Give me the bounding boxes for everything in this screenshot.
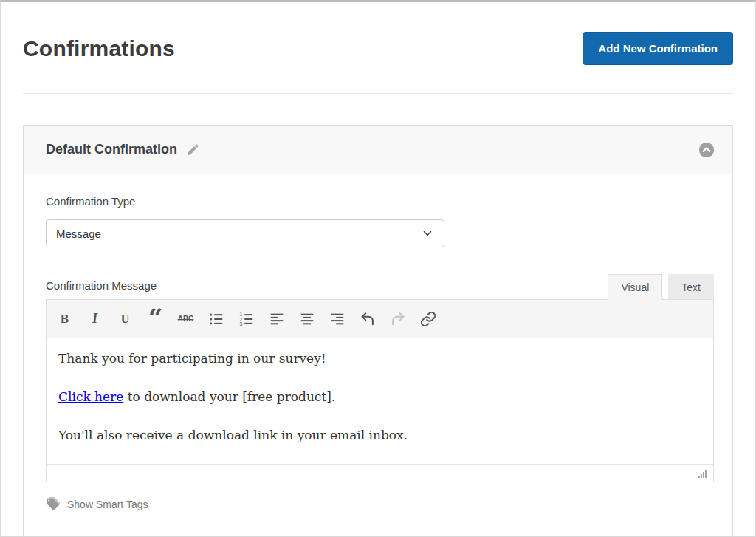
chevron-down-icon — [421, 227, 434, 240]
redo-icon — [382, 307, 413, 332]
confirmation-message-head: Confirmation Message Visual Text — [46, 274, 714, 299]
collapse-panel-button[interactable] — [698, 142, 715, 158]
page-header: Confirmations Add New Confirmation — [1, 32, 755, 65]
edit-pencil-icon[interactable] — [186, 143, 200, 157]
tags-icon — [46, 497, 60, 511]
align-right-icon[interactable] — [322, 307, 352, 332]
chevron-up-circle-icon — [698, 142, 715, 158]
editor-mode-tabs: Visual Text — [608, 274, 714, 299]
numbered-list-icon[interactable]: 123 — [231, 307, 261, 332]
editor-link[interactable]: Click here — [58, 389, 123, 404]
bold-icon[interactable]: B — [49, 307, 80, 332]
resize-grip-icon[interactable] — [698, 469, 709, 478]
editor-paragraph: Click here to download your [free produc… — [58, 387, 701, 406]
underline-icon[interactable]: U — [110, 307, 140, 332]
show-smart-tags-toggle[interactable]: Show Smart Tags — [46, 497, 714, 511]
editor-toolbar: BIU“ABC123 — [47, 300, 713, 338]
align-center-icon[interactable] — [292, 307, 322, 332]
svg-text:3: 3 — [239, 321, 242, 326]
panel-title: Default Confirmation — [46, 142, 177, 157]
page-title: Confirmations — [23, 36, 175, 61]
header-divider — [23, 93, 733, 94]
show-smart-tags-label: Show Smart Tags — [67, 499, 148, 510]
confirmation-type-select[interactable]: Message — [46, 219, 444, 247]
add-new-confirmation-button[interactable]: Add New Confirmation — [583, 32, 733, 65]
confirmation-type-value: Message — [56, 228, 101, 240]
link-icon[interactable] — [413, 307, 443, 332]
undo-icon[interactable] — [352, 307, 382, 332]
confirmations-settings-page: Confirmations Add New Confirmation Defau… — [0, 0, 756, 537]
align-left-icon[interactable] — [261, 307, 292, 332]
confirmation-message-editor: BIU“ABC123 Thank you for participating i… — [46, 299, 714, 482]
editor-statusbar — [47, 464, 713, 482]
editor-paragraph: You'll also receive a download link in y… — [58, 425, 701, 445]
blockquote-icon[interactable]: “ — [140, 307, 171, 332]
confirmation-type-label: Confirmation Type — [46, 195, 714, 208]
editor-content[interactable]: Thank you for participating in our surve… — [47, 338, 713, 464]
panel-header: Default Confirmation — [24, 126, 732, 174]
strikethrough-icon[interactable]: ABC — [171, 307, 201, 332]
default-confirmation-panel: Default Confirmation Confirmation Type M… — [23, 125, 733, 537]
italic-icon[interactable]: I — [80, 307, 110, 332]
tab-text[interactable]: Text — [668, 274, 714, 300]
panel-body: Confirmation Type Message Confirmation M… — [24, 174, 732, 511]
editor-paragraph: Thank you for participating in our surve… — [58, 349, 701, 368]
bullet-list-icon[interactable] — [201, 307, 231, 332]
tab-visual[interactable]: Visual — [608, 274, 662, 300]
confirmation-message-label: Confirmation Message — [46, 279, 157, 299]
